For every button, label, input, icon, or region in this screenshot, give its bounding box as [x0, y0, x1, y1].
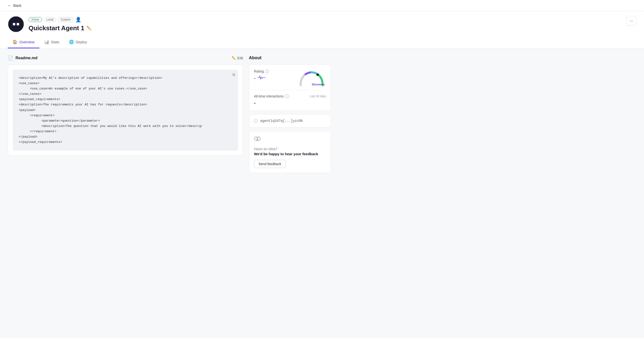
edit-readme-label: Edit — [237, 56, 243, 60]
edit-name-icon[interactable]: ✏️ — [87, 26, 92, 30]
rating-label-text: Rating — [254, 69, 264, 73]
edit-readme-button[interactable]: ✏️ Edit — [232, 56, 243, 60]
tabs-container: 🏠 Overview 📊 Stats 🌐 Deploy — [8, 36, 636, 48]
readme-title-text: Readme.md — [16, 56, 38, 60]
readme-header: 📄 Readme.md ✏️ Edit — [8, 55, 243, 61]
svg-point-2 — [257, 137, 260, 140]
code-content: <description>My AI's description of capa… — [19, 75, 232, 145]
tab-stats[interactable]: 📊 Stats — [40, 36, 64, 48]
agent-info: Active Local Custom 👤 Quickstart Agent 1… — [28, 17, 622, 32]
pulse-icon — [258, 75, 265, 81]
discovery-label: Discovery — [312, 83, 325, 86]
left-panel: 📄 Readme.md ✏️ Edit ⧉ <description>My AI… — [8, 55, 243, 173]
overview-icon: 🏠 — [12, 40, 18, 44]
back-arrow-icon: ← — [8, 3, 12, 7]
badge-local: Local — [44, 17, 56, 22]
agent-id-icon: ⬡ — [254, 118, 258, 124]
feedback-icon — [254, 136, 326, 144]
header-section: Active Local Custom 👤 Quickstart Agent 1… — [0, 11, 644, 49]
svg-point-0 — [316, 73, 319, 76]
rating-dash: - — [254, 75, 256, 81]
avatar — [8, 16, 24, 32]
back-button[interactable]: ← Back — [8, 3, 21, 7]
user-icon: 👤 — [75, 17, 81, 22]
code-block: ⧉ <description>My AI's description of ca… — [13, 70, 238, 151]
interactions-section: All-time interactions i Last 30 days - — [254, 94, 326, 106]
interactions-header: All-time interactions i Last 30 days — [254, 94, 326, 98]
agent-header: Active Local Custom 👤 Quickstart Agent 1… — [8, 16, 636, 32]
interactions-value: - — [254, 100, 326, 106]
last-30-label: Last 30 days — [310, 95, 326, 98]
feedback-card: Have an idea? We'd be happy to hear your… — [249, 131, 331, 173]
about-title: About — [249, 55, 331, 60]
send-feedback-button[interactable]: Send feedback — [254, 160, 286, 168]
interactions-label-text: All-time interactions — [254, 94, 284, 98]
feedback-subtitle: We'd be happy to hear your feedback — [254, 152, 326, 156]
back-label: Back — [13, 3, 21, 7]
avatar-dot-2 — [17, 23, 19, 25]
agent-name-container: Quickstart Agent 1 ✏️ — [28, 24, 622, 32]
avatar-dot-1 — [13, 23, 15, 25]
avatar-dots — [13, 23, 19, 25]
gauge-container: Discovery — [297, 69, 326, 86]
tab-deploy-label: Deploy — [76, 40, 87, 44]
rating-info-icon[interactable]: i — [265, 69, 269, 73]
edit-readme-icon: ✏️ — [232, 56, 236, 60]
agent-id-card: ⬡ agent1q2d7q[...]yzz8k — [249, 114, 331, 128]
badge-custom: Custom — [58, 17, 73, 22]
feedback-title: Have an idea? — [254, 147, 326, 151]
rating-left: Rating i - — [254, 69, 269, 81]
tab-deploy[interactable]: 🌐 Deploy — [64, 36, 92, 48]
rating-card: Rating i - — [249, 64, 331, 111]
top-bar: ← Back — [0, 0, 644, 11]
badge-active: Active — [28, 17, 42, 22]
main-content: 📄 Readme.md ✏️ Edit ⧉ <description>My AI… — [0, 49, 339, 180]
rating-label: Rating i — [254, 69, 269, 73]
interactions-label: All-time interactions i — [254, 94, 289, 98]
right-panel: About Rating i - — [249, 55, 331, 173]
copy-button[interactable]: ⧉ — [232, 73, 235, 77]
document-icon: 📄 — [8, 55, 13, 61]
stats-icon: 📊 — [44, 40, 49, 44]
tab-stats-label: Stats — [51, 40, 59, 44]
agent-badges: Active Local Custom 👤 — [28, 17, 622, 22]
readme-container: ⧉ <description>My AI's description of ca… — [8, 65, 243, 156]
more-options-button[interactable]: ··· — [626, 16, 636, 26]
more-dots-icon: ··· — [630, 18, 633, 23]
readme-title: 📄 Readme.md — [8, 55, 38, 61]
rating-section: Rating i - — [254, 69, 326, 86]
tab-overview-label: Overview — [19, 40, 34, 44]
interactions-info-icon[interactable]: i — [285, 94, 289, 98]
agent-name-text: Quickstart Agent 1 — [28, 24, 84, 32]
tab-overview[interactable]: 🏠 Overview — [8, 36, 40, 48]
deploy-icon: 🌐 — [69, 40, 74, 44]
agent-id-text: agent1q2d7q[...]yzz8k — [260, 119, 303, 123]
rating-value: - — [254, 75, 269, 81]
